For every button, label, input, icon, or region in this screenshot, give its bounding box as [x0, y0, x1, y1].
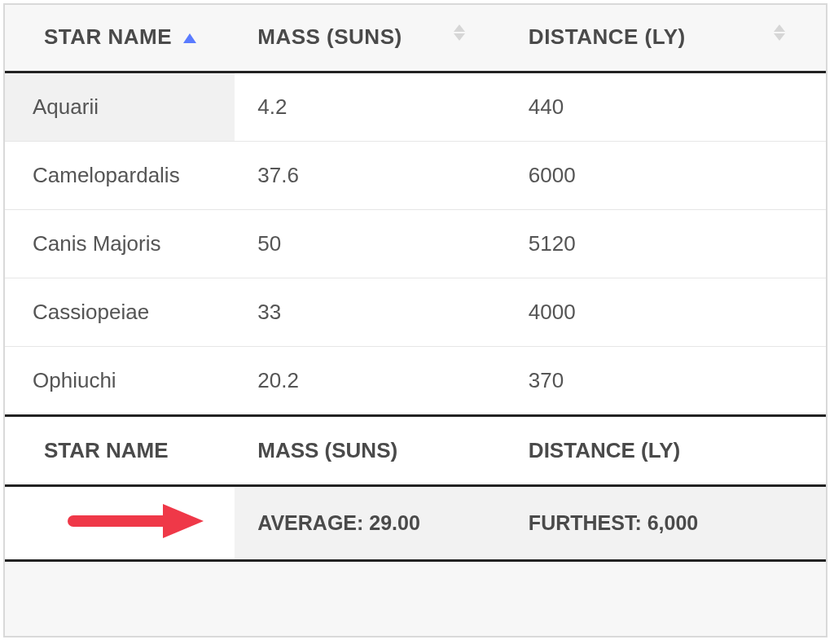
- cell-distance: 370: [506, 347, 826, 416]
- sort-both-icon: [774, 24, 785, 41]
- cell-star-name: Aquarii: [5, 72, 235, 142]
- sort-asc-icon: [183, 33, 196, 43]
- cell-mass: 37.6: [235, 142, 506, 210]
- cell-mass: 33: [235, 278, 506, 347]
- cell-distance: 5120: [506, 210, 826, 278]
- col-header-label: MASS (SUNS): [257, 24, 402, 49]
- cell-star-name: Canis Majoris: [5, 210, 235, 278]
- cell-mass: 4.2: [235, 72, 506, 142]
- sort-both-icon: [454, 24, 465, 41]
- col-header-distance[interactable]: DISTANCE (LY): [506, 5, 826, 72]
- summary-cell-mass: AVERAGE: 29.00: [235, 486, 506, 561]
- cell-star-name: Camelopardalis: [5, 142, 235, 210]
- stars-table: STAR NAME MASS (SUNS) DISTANCE (LY): [5, 5, 826, 562]
- col-header-label: STAR NAME: [44, 24, 172, 49]
- summary-header-star-name: STAR NAME: [5, 416, 235, 486]
- callout-arrow-icon: [67, 501, 205, 546]
- col-header-mass[interactable]: MASS (SUNS): [235, 5, 506, 72]
- table-row: Aquarii 4.2 440: [5, 72, 826, 142]
- cell-distance: 6000: [506, 142, 826, 210]
- cell-distance: 440: [506, 72, 826, 142]
- cell-distance: 4000: [506, 278, 826, 347]
- svg-marker-6: [163, 504, 204, 538]
- table-row: Canis Majoris 50 5120: [5, 210, 826, 278]
- summary-cell-distance: FURTHEST: 6,000: [506, 486, 826, 561]
- table-container: STAR NAME MASS (SUNS) DISTANCE (LY): [3, 3, 827, 637]
- table-row: Cassiopeiae 33 4000: [5, 278, 826, 347]
- table-header-row: STAR NAME MASS (SUNS) DISTANCE (LY): [5, 5, 826, 72]
- col-header-label: DISTANCE (LY): [529, 24, 686, 49]
- cell-star-name: Ophiuchi: [5, 347, 235, 416]
- svg-marker-4: [774, 33, 785, 41]
- svg-marker-2: [454, 33, 465, 41]
- cell-star-name: Cassiopeiae: [5, 278, 235, 347]
- svg-marker-3: [774, 24, 785, 32]
- cell-mass: 50: [235, 210, 506, 278]
- summary-header-row: STAR NAME MASS (SUNS) DISTANCE (LY): [5, 416, 826, 486]
- cell-mass: 20.2: [235, 347, 506, 416]
- summary-header-distance: DISTANCE (LY): [506, 416, 826, 486]
- summary-cell-arrow: [5, 486, 235, 561]
- svg-marker-0: [183, 33, 196, 43]
- table-row: Camelopardalis 37.6 6000: [5, 142, 826, 210]
- summary-header-mass: MASS (SUNS): [235, 416, 506, 486]
- summary-row: AVERAGE: 29.00 FURTHEST: 6,000: [5, 486, 826, 561]
- svg-marker-1: [454, 24, 465, 32]
- table-row: Ophiuchi 20.2 370: [5, 347, 826, 416]
- col-header-star-name[interactable]: STAR NAME: [5, 5, 235, 72]
